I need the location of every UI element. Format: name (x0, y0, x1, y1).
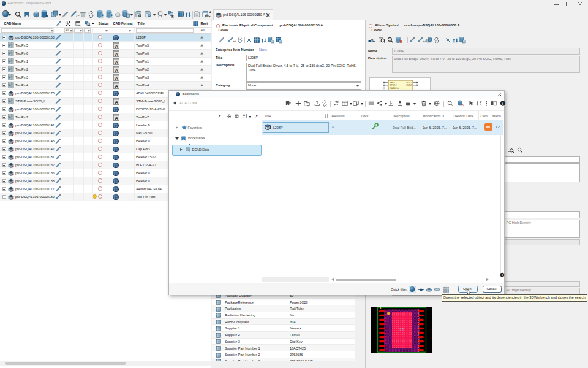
svg-text:A: A (115, 75, 118, 81)
svg-text:OUT 1: OUT 1 (406, 82, 412, 84)
svg-text:ENABLE A: ENABLE A (390, 87, 399, 90)
svg-text:i: i (502, 101, 503, 105)
svg-text:A: A (115, 67, 118, 73)
svg-text:A: A (115, 115, 118, 121)
svg-text:A: A (115, 44, 118, 49)
svg-text:21: 21 (399, 328, 404, 332)
svg-text:A: A (115, 83, 118, 89)
svg-text:A: A (115, 99, 118, 105)
svg-text:INPUT 1: INPUT 1 (390, 82, 397, 84)
svg-text:A: A (115, 52, 118, 57)
svg-text:OUT 2: OUT 2 (406, 84, 412, 86)
svg-text:A: A (115, 59, 118, 65)
svg-text:INPUT 2: INPUT 2 (390, 84, 397, 86)
